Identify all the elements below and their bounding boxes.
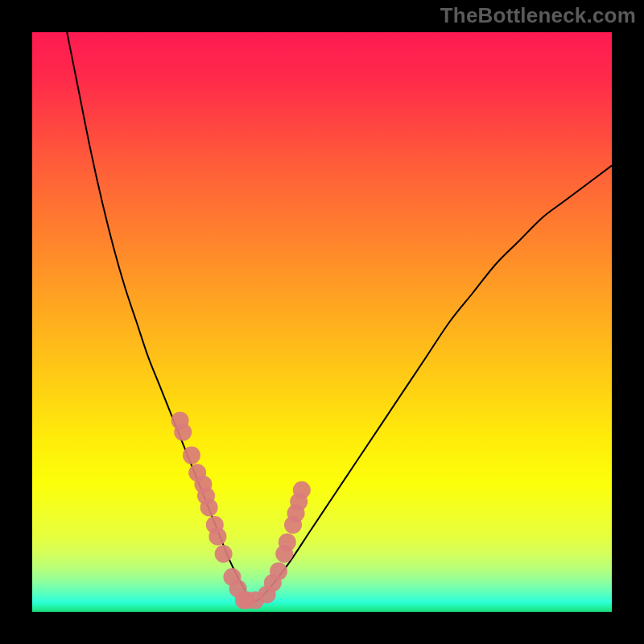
curve-layer	[67, 32, 612, 601]
chart-svg	[0, 0, 644, 644]
scatter-dot	[174, 423, 192, 441]
scatter-dot	[293, 481, 311, 499]
scatter-dot	[279, 534, 296, 551]
marker-layer	[171, 411, 311, 609]
scatter-dot	[270, 563, 287, 580]
scatter-dot	[215, 545, 233, 563]
chart-frame: TheBottleneck.com	[0, 0, 644, 644]
scatter-dot	[208, 527, 226, 545]
scatter-dot	[183, 447, 200, 464]
scatter-dot	[200, 498, 218, 516]
bottleneck-curve	[67, 32, 612, 601]
